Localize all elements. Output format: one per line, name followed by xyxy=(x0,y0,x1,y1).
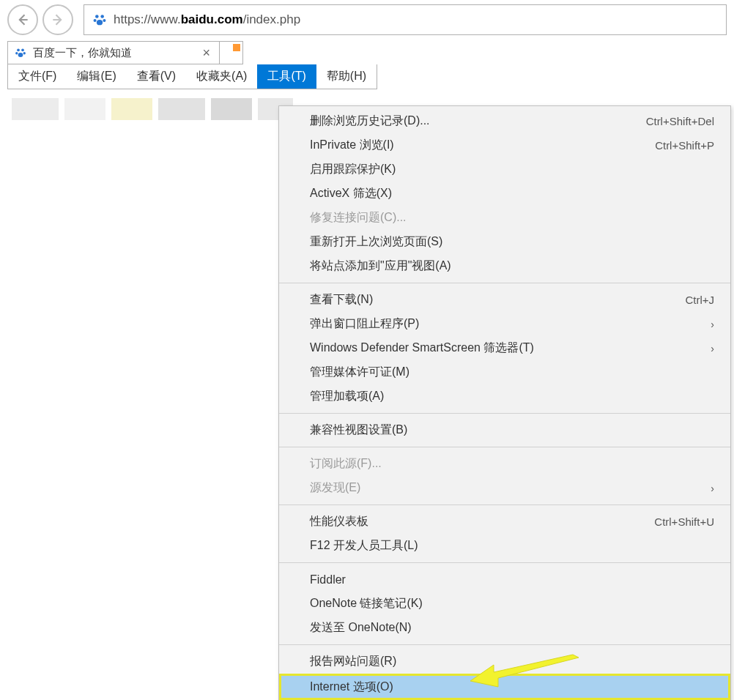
dropdown-item: 修复连接问题(C)... xyxy=(279,206,730,230)
placeholder-block xyxy=(158,98,205,120)
dropdown-item-label: 弹出窗口阻止程序(P) xyxy=(310,316,711,332)
dropdown-item: 源发现(E)› xyxy=(279,476,730,500)
menu-separator xyxy=(279,447,730,447)
dropdown-item-label: Fiddler xyxy=(310,573,714,587)
dropdown-item-label: InPrivate 浏览(I) xyxy=(310,138,655,153)
dropdown-item[interactable]: F12 开发人员工具(L) xyxy=(279,534,730,558)
dropdown-item[interactable]: 启用跟踪保护(K) xyxy=(279,157,730,182)
tab-bar: 百度一下，你就知道 × xyxy=(7,41,734,64)
dropdown-item-label: 将站点添加到"应用"视图(A) xyxy=(310,258,714,274)
menu-edit[interactable]: 编辑(E) xyxy=(67,64,126,89)
chevron-right-icon: › xyxy=(711,483,714,494)
placeholder-block xyxy=(12,98,59,120)
dropdown-shortcut: Ctrl+Shift+Del xyxy=(646,115,714,127)
dropdown-item-label: 重新打开上次浏览页面(S) xyxy=(310,234,714,250)
new-tab-indicator-icon xyxy=(233,44,240,51)
dropdown-item-label: 管理加载项(A) xyxy=(310,389,714,404)
browser-tab[interactable]: 百度一下，你就知道 × xyxy=(7,41,220,64)
new-tab-button[interactable] xyxy=(220,41,243,64)
dropdown-shortcut: Ctrl+Shift+P xyxy=(655,139,714,152)
dropdown-item[interactable]: 管理加载项(A) xyxy=(279,384,730,409)
dropdown-item[interactable]: Windows Defender SmartScreen 筛选器(T)› xyxy=(279,336,730,360)
forward-button[interactable] xyxy=(42,4,73,35)
placeholder-block xyxy=(211,98,252,120)
placeholder-block xyxy=(111,98,152,120)
dropdown-item-label: 查看下载(N) xyxy=(310,292,685,308)
chevron-right-icon: › xyxy=(711,319,714,330)
dropdown-item-label: 源发现(E) xyxy=(310,480,711,496)
dropdown-item: 订阅此源(F)... xyxy=(279,452,730,476)
tab-title: 百度一下，你就知道 xyxy=(33,46,193,60)
dropdown-item-label: Internet 选项(O) xyxy=(310,679,712,695)
menu-bar: 文件(F) 编辑(E) 查看(V) 收藏夹(A) 工具(T) 帮助(H) xyxy=(7,64,377,89)
dropdown-shortcut: Ctrl+Shift+U xyxy=(654,515,714,528)
dropdown-item[interactable]: Fiddler xyxy=(279,567,730,592)
dropdown-item[interactable]: InPrivate 浏览(I)Ctrl+Shift+P xyxy=(279,133,730,157)
dropdown-item-label: 订阅此源(F)... xyxy=(310,456,714,472)
menu-separator xyxy=(279,562,730,563)
dropdown-item-label: 性能仪表板 xyxy=(310,514,654,529)
dropdown-item-label: 发送至 OneNote(N) xyxy=(310,620,714,636)
dropdown-item[interactable]: 性能仪表板Ctrl+Shift+U xyxy=(279,510,730,534)
dropdown-item-label: ActiveX 筛选(X) xyxy=(310,186,714,201)
dropdown-item-label: 启用跟踪保护(K) xyxy=(310,162,714,177)
dropdown-item[interactable]: 将站点添加到"应用"视图(A) xyxy=(279,254,730,278)
dropdown-item[interactable]: 管理媒体许可证(M) xyxy=(279,360,730,384)
tab-paw-icon xyxy=(14,46,27,59)
dropdown-item-label: Windows Defender SmartScreen 筛选器(T) xyxy=(310,340,711,356)
chevron-right-icon: › xyxy=(711,343,714,354)
url-text: https://www.baidu.com/index.php xyxy=(114,12,300,27)
dropdown-item-label: 管理媒体许可证(M) xyxy=(310,365,714,380)
dropdown-shortcut: Ctrl+J xyxy=(685,294,714,306)
site-paw-icon xyxy=(92,12,108,28)
dropdown-item[interactable]: 重新打开上次浏览页面(S) xyxy=(279,230,730,254)
placeholder-block xyxy=(64,98,105,120)
dropdown-item[interactable]: 查看下载(N)Ctrl+J xyxy=(279,288,730,312)
dropdown-item-label: 报告网站问题(R) xyxy=(310,654,714,669)
dropdown-item[interactable]: 报告网站问题(R) xyxy=(279,649,730,674)
tools-dropdown: 删除浏览历史记录(D)...Ctrl+Shift+DelInPrivate 浏览… xyxy=(278,105,731,700)
nav-toolbar: https://www.baidu.com/index.php xyxy=(0,0,734,40)
menu-separator xyxy=(279,504,730,505)
dropdown-item[interactable]: 删除浏览历史记录(D)...Ctrl+Shift+Del xyxy=(279,109,730,133)
dropdown-item[interactable]: 兼容性视图设置(B) xyxy=(279,418,730,442)
dropdown-item[interactable]: 发送至 OneNote(N) xyxy=(279,616,730,640)
menu-separator xyxy=(279,413,730,414)
menu-tools[interactable]: 工具(T) xyxy=(257,64,316,89)
dropdown-item-label: F12 开发人员工具(L) xyxy=(310,538,714,554)
dropdown-item[interactable]: Internet 选项(O) xyxy=(279,674,730,700)
back-button[interactable] xyxy=(7,4,38,35)
menu-file[interactable]: 文件(F) xyxy=(8,64,67,89)
dropdown-item[interactable]: 弹出窗口阻止程序(P)› xyxy=(279,312,730,336)
menu-separator xyxy=(279,283,730,283)
tab-close-button[interactable]: × xyxy=(199,45,213,61)
dropdown-item-label: 兼容性视图设置(B) xyxy=(310,422,714,438)
dropdown-item[interactable]: OneNote 链接笔记(K) xyxy=(279,592,730,616)
menu-help[interactable]: 帮助(H) xyxy=(316,64,377,89)
menu-view[interactable]: 查看(V) xyxy=(127,64,186,89)
dropdown-item-label: 删除浏览历史记录(D)... xyxy=(310,113,646,129)
menu-favorites[interactable]: 收藏夹(A) xyxy=(186,64,257,89)
dropdown-item[interactable]: ActiveX 筛选(X) xyxy=(279,182,730,206)
menu-separator xyxy=(279,644,730,645)
address-bar[interactable]: https://www.baidu.com/index.php xyxy=(84,4,727,35)
dropdown-item-label: 修复连接问题(C)... xyxy=(310,210,714,226)
dropdown-item-label: OneNote 链接笔记(K) xyxy=(310,596,714,611)
